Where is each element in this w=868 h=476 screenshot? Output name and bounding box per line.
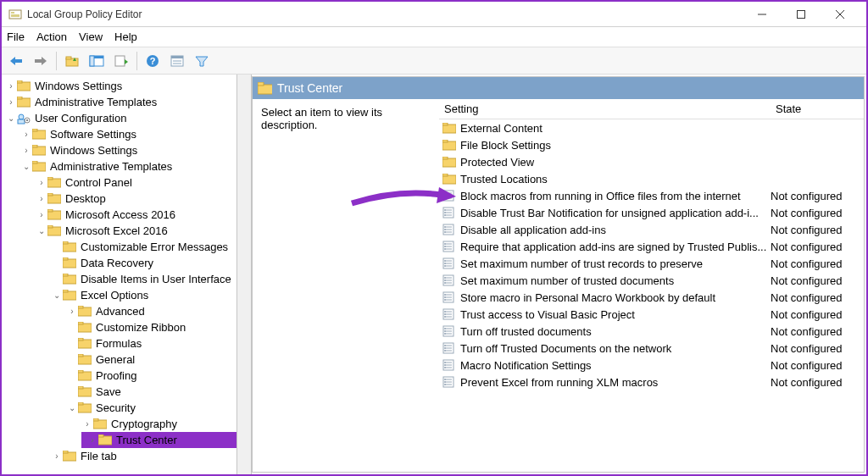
- menu-help[interactable]: Help: [114, 30, 137, 43]
- list-policy[interactable]: Set maximum number of trust records to p…: [439, 255, 864, 272]
- list-item-state: Not configured: [771, 376, 864, 389]
- svg-point-99: [444, 214, 446, 216]
- tree-item[interactable]: ›Administrative Templates: [5, 94, 251, 110]
- list-item-state: Not configured: [771, 359, 864, 372]
- export-button[interactable]: [110, 50, 132, 72]
- tree-item[interactable]: Formulas: [66, 335, 251, 351]
- folder-icon: [63, 290, 77, 302]
- up-folder-button[interactable]: [61, 50, 83, 72]
- list-policy[interactable]: Store macro in Personal Macro Workbook b…: [439, 289, 864, 306]
- properties-button[interactable]: [166, 50, 188, 72]
- close-button[interactable]: [821, 3, 860, 26]
- list-policy[interactable]: Macro Notification SettingsNot configure…: [439, 357, 864, 374]
- toolbar: ?: [2, 47, 866, 75]
- menu-view[interactable]: View: [79, 30, 103, 43]
- svg-point-147: [444, 330, 446, 332]
- svg-rect-31: [18, 119, 25, 124]
- list-folder[interactable]: File Block Settings: [439, 136, 864, 153]
- list-item-state: Not configured: [771, 190, 864, 202]
- svg-point-118: [444, 260, 446, 262]
- tree-item[interactable]: ›Control Panel: [36, 174, 251, 191]
- back-button[interactable]: [5, 50, 27, 72]
- tree-pane[interactable]: ›Windows Settings ›Administrative Templa…: [2, 75, 252, 474]
- tree-item[interactable]: General: [66, 351, 251, 368]
- folder-icon: [32, 129, 47, 141]
- svg-rect-61: [78, 338, 83, 340]
- list-folder[interactable]: Protected View: [439, 153, 864, 170]
- folder-icon: [63, 257, 77, 269]
- svg-rect-39: [32, 161, 37, 163]
- filter-button[interactable]: [191, 50, 213, 72]
- col-setting[interactable]: Setting: [439, 102, 771, 115]
- list-folder[interactable]: Trusted Locations: [439, 170, 864, 187]
- list-policy[interactable]: Block macros from running in Office file…: [439, 187, 864, 204]
- tree-user-configuration[interactable]: ⌄User Configuration: [5, 110, 251, 126]
- folder-icon: [98, 434, 113, 446]
- list-policy[interactable]: Disable all application add-insNot confi…: [439, 221, 864, 238]
- svg-point-127: [444, 282, 446, 284]
- list-policy[interactable]: Set maximum number of trusted documentsN…: [439, 272, 864, 289]
- show-hide-tree-button[interactable]: [86, 50, 108, 72]
- window-title: Local Group Policy Editor: [27, 8, 743, 20]
- help-button[interactable]: ?: [142, 50, 164, 72]
- tree-excel[interactable]: ⌄Microsoft Excel 2016: [36, 223, 251, 239]
- tree-item[interactable]: Save: [66, 384, 251, 400]
- list-folder[interactable]: External Content: [439, 119, 864, 136]
- list-policy[interactable]: Trust access to Visual Basic ProjectNot …: [439, 306, 864, 323]
- list-item-label: Block macros from running in Office file…: [460, 190, 771, 202]
- settings-list[interactable]: Setting State External ContentFile Block…: [439, 99, 864, 472]
- tree-item[interactable]: ›Microsoft Access 2016: [36, 207, 251, 223]
- menu-action[interactable]: Action: [36, 30, 67, 43]
- tree-item[interactable]: ›Windows Settings: [20, 142, 251, 158]
- svg-rect-33: [26, 119, 28, 121]
- list-policy[interactable]: Turn off trusted documentsNot configured: [439, 323, 864, 340]
- folder-icon: [442, 138, 457, 152]
- tree-excel-options[interactable]: ⌄Excel Options: [51, 287, 251, 303]
- svg-point-146: [444, 328, 446, 329]
- policy-icon: [442, 324, 457, 338]
- tree-item[interactable]: ›Cryptography: [81, 416, 251, 432]
- list-item-label: Turn off trusted documents: [460, 325, 771, 338]
- menu-file[interactable]: File: [7, 30, 25, 43]
- svg-rect-76: [258, 85, 272, 94]
- svg-rect-69: [78, 402, 83, 405]
- svg-rect-51: [63, 257, 68, 260]
- svg-rect-85: [442, 174, 448, 176]
- tree-admin-templates[interactable]: ⌄Administrative Templates: [20, 158, 251, 174]
- svg-rect-10: [35, 59, 42, 63]
- maximize-button[interactable]: [782, 3, 821, 26]
- list-policy[interactable]: Require that application add-ins are sig…: [439, 238, 864, 255]
- svg-point-155: [444, 350, 446, 351]
- tree-item[interactable]: ›Software Settings: [20, 126, 251, 142]
- tree-item[interactable]: Disable Items in User Interface: [51, 271, 251, 287]
- list-policy[interactable]: Prevent Excel from running XLM macrosNot…: [439, 374, 864, 390]
- tree-trust-center[interactable]: ›Trust Center: [81, 432, 251, 448]
- tree-item[interactable]: Data Recovery: [51, 255, 251, 271]
- app-icon: [8, 8, 22, 21]
- policy-icon: [442, 274, 457, 287]
- list-item-state: Not configured: [771, 241, 864, 253]
- col-state[interactable]: State: [771, 102, 864, 115]
- tree-item[interactable]: ›File tab: [51, 448, 251, 464]
- minimize-button[interactable]: [743, 3, 782, 26]
- tree-item[interactable]: ›Desktop: [36, 191, 251, 207]
- svg-rect-8: [14, 59, 22, 63]
- list-policy[interactable]: Turn off Trusted Documents on the networ…: [439, 340, 864, 357]
- tree-item[interactable]: Customize Ribbon: [66, 319, 251, 335]
- forward-button[interactable]: [30, 50, 52, 72]
- list-item-label: Set maximum number of trust records to p…: [460, 257, 771, 270]
- tree-item[interactable]: ›Advanced: [66, 303, 251, 319]
- tree-item[interactable]: Customizable Error Messages: [51, 239, 251, 255]
- folder-icon: [78, 306, 92, 318]
- list-item-label: Trust access to Visual Basic Project: [460, 308, 771, 321]
- svg-point-125: [444, 277, 446, 279]
- tree-item[interactable]: Proofing: [66, 368, 251, 384]
- tree-security[interactable]: ⌄Security: [66, 400, 251, 416]
- policy-icon: [442, 240, 457, 253]
- tree-item[interactable]: ›Windows Settings: [5, 78, 251, 94]
- folder-icon: [78, 402, 92, 414]
- list-item-label: External Content: [460, 122, 771, 135]
- list-item-label: Disable all application add-ins: [460, 224, 771, 236]
- list-policy[interactable]: Disable Trust Bar Notification for unsig…: [439, 204, 864, 221]
- svg-rect-81: [442, 140, 448, 142]
